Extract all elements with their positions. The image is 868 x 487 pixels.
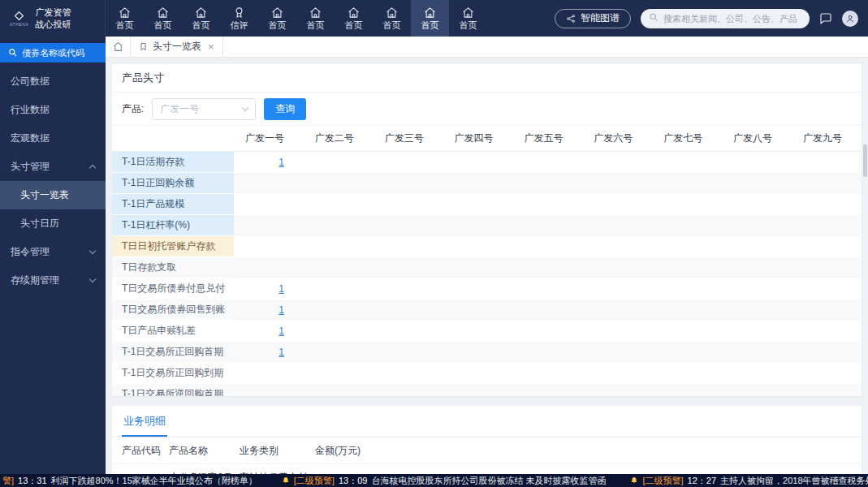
table-cell	[652, 278, 722, 300]
table-cell	[304, 321, 374, 342]
table-cell	[792, 278, 862, 300]
message-icon[interactable]	[819, 12, 832, 25]
table-cell	[513, 173, 583, 194]
table-cell	[374, 278, 443, 300]
top-nav-item-1[interactable]: 首页	[144, 0, 182, 37]
row-label: T-1日活期存款	[112, 152, 234, 173]
logo-text: 广发资管 战心投研	[36, 6, 71, 31]
chevron-down-icon	[89, 248, 96, 254]
table-cell	[652, 342, 722, 363]
table-cell	[582, 300, 652, 321]
row-label: T日交易所债券付息兑付	[112, 278, 234, 300]
top-nav-label: 首页	[421, 21, 439, 30]
ticker-item-1[interactable]: [二级预警]13：09台海核电控股股东所持公司股份被冻结 未及时披露收监管函	[282, 475, 607, 487]
cell-value-link[interactable]: 1	[279, 304, 284, 316]
table-cell	[722, 194, 792, 215]
sidebar-item-5[interactable]: 存续期管理	[0, 266, 106, 295]
global-search-input[interactable]	[663, 14, 801, 24]
home-icon	[119, 6, 131, 19]
top-nav-item-0[interactable]: 首页	[106, 0, 144, 37]
table-cell	[652, 152, 722, 173]
top-nav-item-4[interactable]: 首页	[258, 0, 296, 37]
home-icon	[424, 6, 436, 19]
sidebar-item-1[interactable]: 行业数据	[0, 96, 106, 124]
table-cell	[792, 215, 862, 236]
table-cell	[443, 278, 513, 300]
table-cell	[304, 236, 374, 257]
news-ticker: 警]13：31利润下跌超80%！15家械企半年业绩公布（附榜单）[二级预警]13…	[0, 474, 868, 487]
table-cell	[722, 342, 792, 363]
top-nav-label: 首页	[192, 21, 210, 30]
ticker-item-2[interactable]: [二级预警]12：27主持人被拘留，2018年曾被稽查税务处理1200余万元，罚…	[630, 475, 868, 487]
cell-value-link[interactable]: 1	[279, 157, 284, 168]
top-nav-item-7[interactable]: 首页	[373, 0, 411, 37]
detail-cell: 90.40	[315, 464, 396, 475]
home-tab-button[interactable]	[106, 37, 130, 57]
row-label: T-1日交易所正回购到期	[112, 363, 234, 384]
sidebar-item-3[interactable]: 头寸管理	[0, 153, 106, 181]
top-nav-item-6[interactable]: 首页	[335, 0, 373, 37]
sidebar: 债券名称或代码 公司数据行业数据宏观数据头寸管理头寸一览表头寸日历指令管理存续期…	[0, 37, 106, 474]
table-cell	[374, 300, 443, 321]
sidebar-item-label: 宏观数据	[11, 131, 50, 145]
tab-business-detail[interactable]: 业务明细	[122, 406, 167, 437]
logo-icon: ATHENA	[10, 11, 29, 27]
content-scroll-area: 产品头寸 产品: 广发一号 查询 广发一号广发二号广发三号广发四号广发五号广发六…	[106, 58, 868, 474]
row-label: T-1日正回购余额	[112, 173, 234, 194]
table-cell	[652, 236, 722, 257]
table-cell	[374, 173, 443, 194]
detail-column-header: 金额(万元)	[315, 437, 396, 464]
top-nav: 首页首页首页信评首页首页首页首页首页首页	[106, 0, 487, 37]
row-label: T-1日交易所正回购首期	[112, 342, 234, 363]
tab-position-overview[interactable]: 头寸一览表 ×	[130, 37, 223, 57]
sidebar-subitem-3-1[interactable]: 头寸日历	[0, 209, 106, 238]
row-label-header	[112, 126, 234, 152]
table-cell	[513, 257, 583, 278]
table-cell	[582, 384, 652, 397]
table-cell	[513, 278, 583, 300]
cell-value-link[interactable]: 1	[279, 347, 284, 358]
table-cell	[513, 300, 583, 321]
home-icon	[195, 6, 207, 19]
table-cell	[582, 257, 652, 278]
table-row: T-1日交易所正回购到期	[112, 363, 862, 384]
sidebar-subitem-3-0[interactable]: 头寸一览表	[0, 181, 106, 209]
column-header: 广发四号	[443, 126, 513, 152]
top-nav-item-3[interactable]: 信评	[220, 0, 258, 37]
tab-close-icon[interactable]: ×	[208, 41, 214, 52]
cell-value-link[interactable]: 1	[279, 325, 284, 337]
top-nav-label: 首页	[307, 21, 325, 30]
knowledge-graph-button[interactable]: 智能图谱	[555, 9, 631, 28]
sidebar-item-2[interactable]: 宏观数据	[0, 124, 106, 153]
product-select[interactable]: 广发一号	[152, 98, 256, 120]
table-cell	[722, 384, 792, 397]
table-cell	[374, 236, 443, 257]
sidebar-item-0[interactable]: 公司数据	[0, 67, 106, 96]
table-cell	[792, 363, 862, 384]
user-avatar[interactable]	[842, 11, 858, 27]
table-cell	[304, 173, 374, 194]
scrollbar-thumb[interactable]	[863, 144, 867, 177]
table-cell	[792, 384, 862, 397]
row-label: T-1日交易所逆回购首期	[112, 384, 234, 397]
top-nav-item-5[interactable]: 首页	[296, 0, 335, 37]
query-button[interactable]: 查询	[264, 98, 306, 120]
top-nav-item-9[interactable]: 首页	[449, 0, 487, 37]
sidebar-item-4[interactable]: 指令管理	[0, 238, 106, 266]
table-cell	[722, 236, 792, 257]
table-cell	[792, 194, 862, 215]
top-nav-item-2[interactable]: 首页	[182, 0, 220, 37]
table-cell	[443, 257, 513, 278]
table-cell	[374, 342, 443, 363]
table-cell	[374, 257, 443, 278]
cell-value-link[interactable]: 1	[279, 283, 284, 295]
ticker-alert-tag: 警]	[2, 475, 14, 487]
table-cell	[722, 278, 792, 300]
sidebar-item-label: 头寸管理	[11, 160, 50, 174]
table-cell	[582, 342, 652, 363]
ticker-item-0[interactable]: 警]13：31利润下跌超80%！15家械企半年业绩公布（附榜单）	[2, 475, 257, 487]
top-nav-item-8[interactable]: 首页	[411, 0, 449, 37]
sidebar-bond-search[interactable]: 债券名称或代码	[0, 43, 106, 62]
table-cell	[443, 152, 513, 173]
table-cell: 1	[234, 152, 304, 173]
